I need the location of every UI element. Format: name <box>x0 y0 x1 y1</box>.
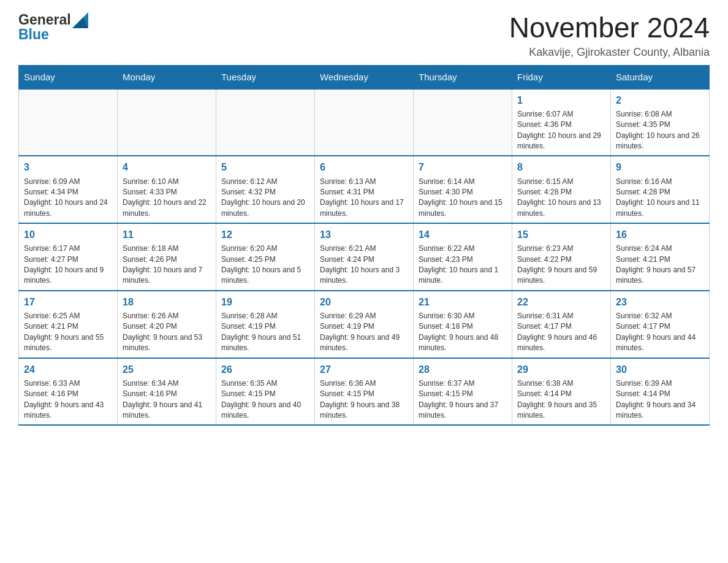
weekday-header-wednesday: Wednesday <box>315 65 414 89</box>
calendar-cell: 14Sunrise: 6:22 AMSunset: 4:23 PMDayligh… <box>414 223 512 291</box>
weekday-header-friday: Friday <box>512 65 611 89</box>
calendar-cell: 8Sunrise: 6:15 AMSunset: 4:28 PMDaylight… <box>512 156 611 223</box>
calendar-cell: 23Sunrise: 6:32 AMSunset: 4:17 PMDayligh… <box>611 291 710 358</box>
calendar-cell: 21Sunrise: 6:30 AMSunset: 4:18 PMDayligh… <box>414 291 512 358</box>
day-number: 28 <box>419 362 507 377</box>
calendar-cell: 26Sunrise: 6:35 AMSunset: 4:15 PMDayligh… <box>216 358 315 426</box>
day-info: Sunrise: 6:35 AMSunset: 4:15 PMDaylight:… <box>221 378 309 421</box>
day-number: 15 <box>517 228 605 242</box>
subtitle: Kakavije, Gjirokaster County, Albania <box>509 46 710 59</box>
month-title: November 2024 <box>509 12 710 44</box>
day-info: Sunrise: 6:09 AMSunset: 4:34 PMDaylight:… <box>24 177 112 220</box>
calendar-cell: 1Sunrise: 6:07 AMSunset: 4:36 PMDaylight… <box>512 89 611 156</box>
day-number: 13 <box>320 228 408 242</box>
day-info: Sunrise: 6:18 AMSunset: 4:26 PMDaylight:… <box>123 243 211 286</box>
calendar-table: SundayMondayTuesdayWednesdayThursdayFrid… <box>18 65 710 426</box>
title-block: November 2024 Kakavije, Gjirokaster Coun… <box>509 12 710 59</box>
calendar-cell: 15Sunrise: 6:23 AMSunset: 4:22 PMDayligh… <box>512 223 611 291</box>
day-info: Sunrise: 6:38 AMSunset: 4:14 PMDaylight:… <box>517 378 605 421</box>
calendar-cell: 7Sunrise: 6:14 AMSunset: 4:30 PMDaylight… <box>414 156 512 223</box>
day-info: Sunrise: 6:25 AMSunset: 4:21 PMDaylight:… <box>24 311 112 354</box>
calendar-cell <box>19 89 118 156</box>
day-info: Sunrise: 6:22 AMSunset: 4:23 PMDaylight:… <box>419 243 507 286</box>
day-info: Sunrise: 6:24 AMSunset: 4:21 PMDaylight:… <box>616 243 704 286</box>
day-number: 30 <box>616 362 704 377</box>
day-number: 1 <box>517 93 605 107</box>
calendar-cell: 27Sunrise: 6:36 AMSunset: 4:15 PMDayligh… <box>315 358 414 426</box>
day-info: Sunrise: 6:12 AMSunset: 4:32 PMDaylight:… <box>221 177 309 220</box>
logo-general-text: General <box>18 12 71 28</box>
page-header: General Blue November 2024 Kakavije, Gji… <box>18 12 710 59</box>
day-number: 2 <box>616 93 704 107</box>
day-number: 11 <box>123 228 211 242</box>
calendar-cell: 30Sunrise: 6:39 AMSunset: 4:14 PMDayligh… <box>611 358 710 426</box>
day-number: 7 <box>419 160 507 174</box>
calendar-cell <box>118 89 216 156</box>
logo-icon <box>72 12 88 28</box>
calendar-cell: 13Sunrise: 6:21 AMSunset: 4:24 PMDayligh… <box>315 223 414 291</box>
calendar-cell <box>315 89 414 156</box>
day-number: 14 <box>419 228 507 242</box>
day-info: Sunrise: 6:07 AMSunset: 4:36 PMDaylight:… <box>517 109 605 152</box>
weekday-header-tuesday: Tuesday <box>216 65 315 89</box>
calendar-week-row: 24Sunrise: 6:33 AMSunset: 4:16 PMDayligh… <box>19 358 710 426</box>
day-number: 5 <box>221 160 309 174</box>
calendar-cell: 6Sunrise: 6:13 AMSunset: 4:31 PMDaylight… <box>315 156 414 223</box>
day-number: 25 <box>123 362 211 377</box>
day-number: 19 <box>221 295 309 309</box>
day-number: 23 <box>616 295 704 309</box>
calendar-cell: 29Sunrise: 6:38 AMSunset: 4:14 PMDayligh… <box>512 358 611 426</box>
calendar-week-row: 3Sunrise: 6:09 AMSunset: 4:34 PMDaylight… <box>19 156 710 223</box>
day-info: Sunrise: 6:14 AMSunset: 4:30 PMDaylight:… <box>419 177 507 220</box>
weekday-header-thursday: Thursday <box>414 65 512 89</box>
day-info: Sunrise: 6:08 AMSunset: 4:35 PMDaylight:… <box>616 109 704 152</box>
calendar-cell: 24Sunrise: 6:33 AMSunset: 4:16 PMDayligh… <box>19 358 118 426</box>
day-number: 8 <box>517 160 605 174</box>
day-info: Sunrise: 6:10 AMSunset: 4:33 PMDaylight:… <box>123 177 211 220</box>
day-number: 3 <box>24 160 112 174</box>
day-number: 16 <box>616 228 704 242</box>
calendar-week-row: 1Sunrise: 6:07 AMSunset: 4:36 PMDaylight… <box>19 89 710 156</box>
day-number: 29 <box>517 362 605 377</box>
day-info: Sunrise: 6:39 AMSunset: 4:14 PMDaylight:… <box>616 378 704 421</box>
calendar-cell: 2Sunrise: 6:08 AMSunset: 4:35 PMDaylight… <box>611 89 710 156</box>
day-info: Sunrise: 6:13 AMSunset: 4:31 PMDaylight:… <box>320 177 408 220</box>
day-info: Sunrise: 6:15 AMSunset: 4:28 PMDaylight:… <box>517 177 605 220</box>
calendar-week-row: 17Sunrise: 6:25 AMSunset: 4:21 PMDayligh… <box>19 291 710 358</box>
day-number: 9 <box>616 160 704 174</box>
day-number: 18 <box>123 295 211 309</box>
day-info: Sunrise: 6:17 AMSunset: 4:27 PMDaylight:… <box>24 243 112 286</box>
weekday-header-monday: Monday <box>118 65 216 89</box>
calendar-cell: 16Sunrise: 6:24 AMSunset: 4:21 PMDayligh… <box>611 223 710 291</box>
day-number: 24 <box>24 362 112 377</box>
day-info: Sunrise: 6:23 AMSunset: 4:22 PMDaylight:… <box>517 243 605 286</box>
weekday-header-sunday: Sunday <box>19 65 118 89</box>
day-number: 17 <box>24 295 112 309</box>
day-info: Sunrise: 6:20 AMSunset: 4:25 PMDaylight:… <box>221 243 309 286</box>
calendar-cell: 25Sunrise: 6:34 AMSunset: 4:16 PMDayligh… <box>118 358 216 426</box>
day-number: 4 <box>123 160 211 174</box>
day-number: 27 <box>320 362 408 377</box>
calendar-cell: 5Sunrise: 6:12 AMSunset: 4:32 PMDaylight… <box>216 156 315 223</box>
day-info: Sunrise: 6:31 AMSunset: 4:17 PMDaylight:… <box>517 311 605 354</box>
weekday-header-saturday: Saturday <box>611 65 710 89</box>
day-info: Sunrise: 6:16 AMSunset: 4:28 PMDaylight:… <box>616 177 704 220</box>
calendar-week-row: 10Sunrise: 6:17 AMSunset: 4:27 PMDayligh… <box>19 223 710 291</box>
calendar-cell: 11Sunrise: 6:18 AMSunset: 4:26 PMDayligh… <box>118 223 216 291</box>
day-info: Sunrise: 6:33 AMSunset: 4:16 PMDaylight:… <box>24 378 112 421</box>
calendar-cell: 17Sunrise: 6:25 AMSunset: 4:21 PMDayligh… <box>19 291 118 358</box>
day-number: 10 <box>24 228 112 242</box>
day-info: Sunrise: 6:32 AMSunset: 4:17 PMDaylight:… <box>616 311 704 354</box>
day-number: 21 <box>419 295 507 309</box>
calendar-cell: 22Sunrise: 6:31 AMSunset: 4:17 PMDayligh… <box>512 291 611 358</box>
logo: General Blue <box>18 12 88 42</box>
calendar-cell: 19Sunrise: 6:28 AMSunset: 4:19 PMDayligh… <box>216 291 315 358</box>
day-number: 22 <box>517 295 605 309</box>
day-info: Sunrise: 6:37 AMSunset: 4:15 PMDaylight:… <box>419 378 507 421</box>
logo-blue-text: Blue <box>18 27 49 42</box>
calendar-cell: 9Sunrise: 6:16 AMSunset: 4:28 PMDaylight… <box>611 156 710 223</box>
calendar-cell: 4Sunrise: 6:10 AMSunset: 4:33 PMDaylight… <box>118 156 216 223</box>
calendar-cell: 10Sunrise: 6:17 AMSunset: 4:27 PMDayligh… <box>19 223 118 291</box>
day-info: Sunrise: 6:28 AMSunset: 4:19 PMDaylight:… <box>221 311 309 354</box>
day-info: Sunrise: 6:26 AMSunset: 4:20 PMDaylight:… <box>123 311 211 354</box>
